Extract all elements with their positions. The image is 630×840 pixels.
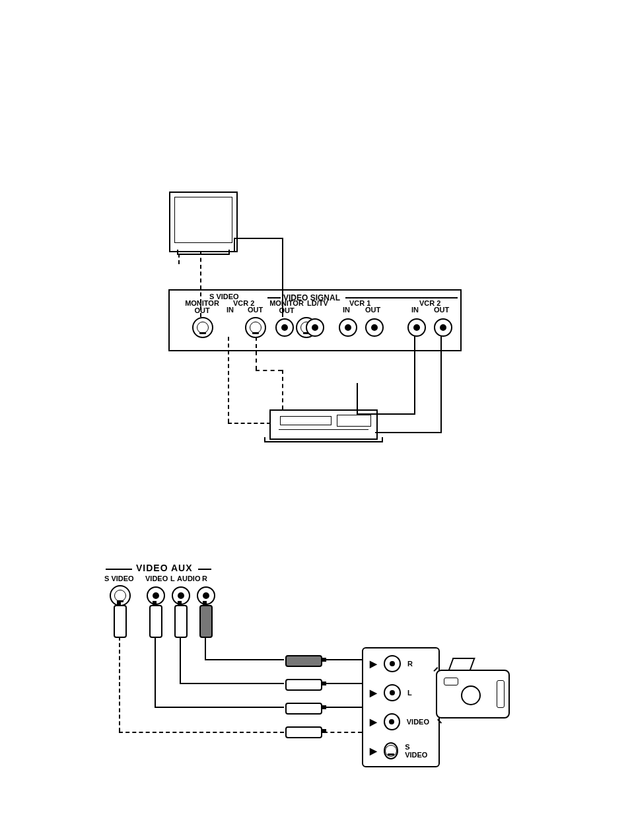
out-row-video: ▶ VIDEO bbox=[370, 713, 429, 730]
plug-aux-svideo bbox=[114, 605, 127, 638]
tv-monitor bbox=[169, 192, 238, 252]
cable-v-h bbox=[155, 707, 284, 708]
jack-vcr2-in bbox=[407, 318, 426, 337]
jack-vcr2-out bbox=[434, 318, 452, 337]
out-label-video: VIDEO bbox=[407, 718, 429, 726]
out-row-svideo: ▶ S VIDEO bbox=[370, 742, 429, 759]
arrow-icon: ▶ bbox=[370, 746, 377, 756]
cable-dashed-vcr1 bbox=[228, 337, 229, 423]
out-row-r: ▶ R bbox=[370, 655, 429, 672]
cable-solid-vcrout-h bbox=[375, 432, 442, 433]
page-root: S VIDEO VIDEO SIGNAL MONITOR OUT VCR 2 I… bbox=[0, 0, 630, 840]
cable-solid-vcrin-v bbox=[414, 335, 415, 415]
cable-l-v bbox=[180, 637, 181, 684]
cable-dashed-vcr1-h bbox=[228, 423, 271, 424]
label-in-3: IN bbox=[411, 306, 419, 314]
label-monitor-out-2: MONITOR OUT bbox=[269, 300, 304, 314]
cable-solid-vcrout-v bbox=[440, 335, 442, 433]
camcorder-lens bbox=[461, 685, 481, 705]
out-jack-video bbox=[384, 713, 400, 730]
cable-sv-h bbox=[119, 732, 284, 733]
plug-aux-r bbox=[199, 605, 213, 638]
cable-l-h bbox=[180, 683, 284, 684]
plug-svideo-right bbox=[285, 726, 322, 738]
label-out-2: OUT bbox=[365, 306, 380, 314]
label-in-1: IN bbox=[227, 306, 234, 314]
label-video-aux: VIDEO AUX bbox=[136, 563, 193, 573]
label-aux-audio: AUDIO bbox=[177, 575, 200, 582]
cable-sv-h2 bbox=[324, 732, 362, 733]
cable-solid-tv-v bbox=[282, 238, 283, 317]
plug-l-right bbox=[285, 679, 322, 691]
out-row-l: ▶ L bbox=[370, 684, 429, 701]
aux-rule-right bbox=[198, 569, 211, 570]
cable-sv-v bbox=[119, 637, 120, 732]
label-in-2: IN bbox=[343, 306, 350, 314]
arrow-icon: ▶ bbox=[370, 717, 377, 727]
plug-aux-video bbox=[149, 605, 162, 638]
jack-ld-tv bbox=[306, 318, 324, 337]
camcorder bbox=[436, 670, 510, 718]
cable-solid-tv-v2 bbox=[234, 238, 235, 251]
cable-dashed-tv-v bbox=[200, 251, 201, 317]
camera-output-panel: ▶ R ▶ L ▶ VIDEO ▶ S VIDEO bbox=[362, 647, 440, 767]
receiver-rear-panel: S VIDEO VIDEO SIGNAL MONITOR OUT VCR 2 I… bbox=[168, 289, 462, 351]
jack-monitor-out bbox=[275, 318, 294, 337]
arrow-icon: ▶ bbox=[370, 658, 377, 669]
out-jack-svideo bbox=[384, 742, 398, 759]
out-jack-r bbox=[384, 655, 401, 672]
out-label-svideo: S VIDEO bbox=[405, 743, 429, 759]
out-jack-l bbox=[384, 684, 401, 701]
plug-r-right bbox=[285, 655, 322, 667]
out-label-l: L bbox=[407, 689, 412, 697]
plug-aux-l bbox=[174, 605, 188, 638]
label-out-3: OUT bbox=[434, 306, 449, 314]
cable-dashed-tv-stub bbox=[178, 254, 180, 264]
label-aux-video: VIDEO bbox=[145, 575, 168, 582]
jack-svideo-monitor-out bbox=[192, 317, 213, 338]
cable-r-h bbox=[205, 659, 284, 660]
cable-solid-vcrin-v2 bbox=[357, 383, 358, 415]
label-out-1: OUT bbox=[248, 306, 263, 314]
jack-vcr1-out bbox=[365, 318, 384, 337]
label-aux-svideo: S VIDEO bbox=[104, 575, 134, 582]
cable-solid-vcrin-h bbox=[357, 413, 415, 415]
cable-dashed-vcr2-h bbox=[256, 370, 282, 371]
aux-rule-left bbox=[106, 569, 132, 570]
cable-r-v bbox=[205, 637, 206, 660]
jack-vcr1-in bbox=[339, 318, 357, 337]
cable-v-v bbox=[155, 637, 156, 708]
cable-r-h2 bbox=[324, 659, 362, 660]
cable-v-h2 bbox=[324, 707, 362, 708]
cable-dashed-vcr2-v bbox=[282, 370, 283, 409]
label-aux-r: R bbox=[202, 575, 207, 582]
vcr-base bbox=[264, 437, 383, 442]
cable-solid-tv-h bbox=[234, 238, 283, 239]
out-label-r: R bbox=[407, 660, 413, 668]
cable-l-h2 bbox=[324, 683, 362, 684]
cable-dashed-vcr2 bbox=[256, 337, 257, 370]
tv-stand bbox=[177, 250, 230, 255]
arrow-icon: ▶ bbox=[370, 687, 377, 698]
jack-svideo-vcr2-in bbox=[245, 317, 266, 338]
label-ld-tv: LD/TV bbox=[307, 300, 328, 307]
label-monitor-out-1: MONITOR OUT bbox=[184, 300, 220, 314]
label-aux-l: L bbox=[170, 575, 175, 582]
plug-video-right bbox=[285, 703, 322, 715]
